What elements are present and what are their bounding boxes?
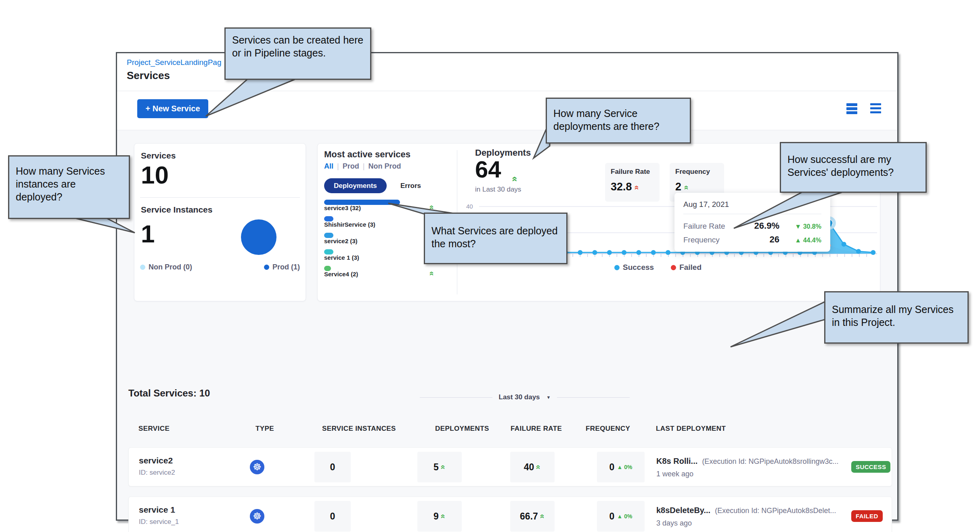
col-service: SERVICE [138, 425, 170, 433]
range-dropdown[interactable]: Last 30 days ▼ [396, 393, 654, 401]
legend-prod: Prod (1) [264, 263, 300, 271]
tooltip-failure-row: Failure Rate 26.9% ▼ 30.8% [683, 221, 821, 231]
col-last-deployment: LAST DEPLOYMENT [656, 425, 726, 433]
service-name: service 1 [139, 505, 179, 515]
active-service-label: service2 (3) [324, 238, 358, 244]
trend-up-icon: « [439, 514, 447, 518]
deployments-count: 64 [475, 156, 501, 183]
frequency-cell: 0▲ 0% [597, 452, 645, 482]
new-service-button[interactable]: + New Service [137, 99, 208, 118]
trend-up-icon: « [510, 176, 520, 182]
failure-rate-cell: 66.7« [510, 501, 555, 532]
total-services-label: Total Services: 10 [128, 388, 210, 399]
deployments-cell: 9« [417, 501, 462, 532]
kubernetes-icon: ☸ [250, 509, 264, 524]
trend-up-icon: « [535, 465, 543, 469]
table-row[interactable]: service2ID: service2 ☸ 0 5« 40« 0▲ 0% K8… [128, 447, 892, 486]
tab-errors[interactable]: Errors [400, 182, 421, 190]
callout-create-services: Services can be created here or in Pipel… [224, 27, 371, 80]
filter-all[interactable]: All [324, 162, 333, 170]
status-badge: FAILED [851, 510, 883, 522]
frequency-cell: 0▲ 0% [597, 501, 645, 532]
active-service-label: ShishirService (3) [324, 221, 375, 228]
col-failure-rate: FAILURE RATE [511, 425, 562, 433]
most-active-title: Most active services [324, 149, 410, 160]
col-frequency: FREQUENCY [586, 425, 630, 433]
active-service-label: service 1 (3) [324, 254, 359, 261]
success-dot-icon [614, 265, 620, 270]
status-badge: SUCCESS [851, 461, 890, 473]
filter-prod[interactable]: Prod [343, 162, 359, 170]
view-toggle [846, 103, 881, 114]
tab-deployments[interactable]: Deployments [324, 178, 387, 193]
table-row[interactable]: service 1ID: service_1 ☸ 0 9« 66.7« 0▲ 0… [128, 497, 892, 532]
kubernetes-icon: ☸ [250, 460, 264, 474]
list-view-icon[interactable] [870, 103, 881, 114]
header-divider [117, 91, 897, 91]
trend-up-icon: « [683, 185, 691, 190]
breadcrumb[interactable]: Project_ServiceLandingPag [127, 58, 222, 67]
table-header-row: SERVICE TYPE SERVICE INSTANCES DEPLOYMEN… [128, 425, 886, 434]
active-service-label: service3 (32) [324, 204, 361, 211]
card-divider [140, 197, 300, 198]
service-id: ID: service2 [139, 469, 175, 477]
callout-instances: How many Services instances are deployed… [8, 155, 130, 219]
trend-up-icon: « [538, 514, 547, 518]
last-deployment-cell: k8sDeleteBy... (Execution Id: NGPipeAuto… [656, 506, 836, 528]
instances-pie [241, 219, 276, 255]
callout-successful: How successful are my Services' deployme… [780, 142, 927, 193]
deployments-cell: 5« [417, 452, 462, 482]
active-service-label: Service4 (2) [324, 271, 358, 277]
app-window: Project_ServiceLandingPag Services + New… [116, 52, 898, 521]
failure-rate-cell: 40« [510, 452, 555, 482]
instances-cell: 0 [314, 452, 351, 482]
deployments-subtitle: in Last 30 days [475, 186, 521, 194]
service-instances-count: 1 [141, 219, 155, 248]
col-instances: SERVICE INSTANCES [322, 425, 396, 433]
instances-cell: 0 [314, 501, 351, 532]
nonprod-dot-icon [140, 265, 145, 270]
chart-legend: Success Failed [614, 263, 701, 272]
chevron-down-icon: ▼ [547, 395, 551, 400]
legend-nonprod: Non Prod (0) [140, 263, 192, 271]
trend-up-icon: « [428, 271, 436, 275]
card-view-icon[interactable] [846, 103, 857, 114]
tooltip-frequency-row: Frequency 26 ▲ 44.4% [683, 234, 821, 245]
callout-deployments: How many Service deployments are there? [546, 98, 691, 144]
service-id: ID: service_1 [139, 518, 179, 526]
failed-dot-icon [671, 265, 676, 270]
env-filters: All|Prod|Non Prod [324, 162, 401, 171]
chart-tooltip: Aug 17, 2021 Failure Rate 26.9% ▼ 30.8% … [674, 193, 830, 252]
tooltip-date: Aug 17, 2021 [683, 200, 821, 209]
page-title: Services [127, 69, 170, 82]
services-label: Services [141, 151, 176, 161]
instances-legend: Non Prod (0) Prod (1) [140, 263, 300, 271]
filter-nonprod[interactable]: Non Prod [368, 162, 401, 170]
col-type: TYPE [255, 425, 274, 433]
services-summary-card: Services 10 Service Instances 1 Non Prod… [134, 143, 306, 301]
trend-up-icon: « [439, 465, 447, 469]
y-axis-tick-label: 40 [466, 203, 473, 210]
services-count: 10 [141, 161, 169, 189]
trend-up-icon: « [428, 205, 436, 209]
callout-most-deployed: What Services are deployed the most? [424, 213, 567, 264]
screenshot-canvas: Project_ServiceLandingPag Services + New… [0, 0, 980, 532]
trend-up-red-icon: « [633, 185, 641, 190]
service-name: service2 [139, 456, 175, 465]
last-deployment-cell: K8s Rolli... (Execution Id: NGPipeAutok8… [656, 457, 839, 478]
failure-rate-stat: Failure Rate 32.8 « [605, 163, 660, 202]
prod-dot-icon [264, 265, 269, 270]
legend-success[interactable]: Success [614, 263, 654, 272]
col-deployments: DEPLOYMENTS [435, 425, 489, 433]
callout-summarize: Summarize all my Services in this Projec… [824, 291, 969, 344]
service-instances-label: Service Instances [141, 205, 212, 215]
legend-failed[interactable]: Failed [671, 263, 701, 272]
